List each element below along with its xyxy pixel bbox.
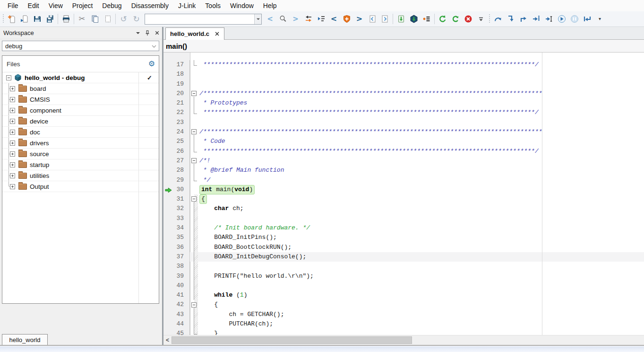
expand-box[interactable]: [10, 130, 15, 135]
fold-margin[interactable]: [190, 300, 198, 309]
tree-row-utilities[interactable]: utilities: [2, 170, 159, 181]
gear-icon[interactable]: ⚙: [148, 60, 155, 68]
stop-debugging-icon[interactable]: [581, 13, 593, 25]
tree-row-cmsis[interactable]: CMSIS: [2, 94, 159, 105]
stop-icon[interactable]: [462, 13, 474, 25]
tree-row-device[interactable]: device: [2, 116, 159, 127]
new-file-icon[interactable]: [6, 13, 17, 25]
browse-back-icon[interactable]: <: [328, 13, 340, 25]
step-into-icon[interactable]: [505, 13, 516, 25]
expand-box[interactable]: [10, 173, 15, 178]
pin-icon[interactable]: [143, 29, 152, 37]
fold-collapse-box[interactable]: [191, 129, 197, 134]
line-number[interactable]: 42: [163, 300, 190, 309]
tree-row-project[interactable]: hello_world - debug✓: [2, 72, 159, 83]
combo-dropdown-icon[interactable]: [254, 14, 261, 24]
expand-box[interactable]: [10, 141, 15, 146]
line-number[interactable]: 24: [163, 127, 190, 137]
menu-window[interactable]: Window: [225, 1, 258, 10]
code-line-32[interactable]: 32 char ch;: [163, 204, 644, 213]
code-line-19[interactable]: 19: [163, 79, 644, 89]
code-editor[interactable]: 17 *************************************…: [163, 53, 644, 335]
line-number[interactable]: 25: [163, 137, 190, 146]
close-icon[interactable]: [153, 29, 161, 37]
code-line-38[interactable]: 38: [163, 262, 644, 271]
line-number[interactable]: 33: [163, 214, 190, 223]
line-number[interactable]: 23: [163, 118, 190, 127]
fold-margin[interactable]: [190, 156, 198, 166]
menu-disassembly[interactable]: Disassembly: [127, 1, 173, 10]
expand-box[interactable]: [10, 162, 15, 167]
fold-collapse-box[interactable]: [191, 91, 197, 96]
menu-project[interactable]: Project: [68, 1, 98, 10]
code-line-20[interactable]: 20/*************************************…: [163, 89, 644, 98]
code-line-40[interactable]: 40: [163, 281, 644, 290]
fold-collapse-box[interactable]: [191, 158, 197, 163]
collapse-box[interactable]: [6, 75, 11, 80]
menu-edit[interactable]: Edit: [23, 1, 44, 10]
save-icon[interactable]: [31, 13, 43, 25]
code-line-43[interactable]: 43 ch = GETCHAR();: [163, 310, 644, 319]
line-number[interactable]: 22: [163, 108, 190, 117]
expand-box[interactable]: [10, 184, 15, 189]
line-number[interactable]: 17: [163, 60, 190, 70]
code-line-39[interactable]: 39 PRINTF("hello world.\r\n");: [163, 272, 644, 281]
next-statement-icon[interactable]: [530, 13, 542, 25]
code-line-33[interactable]: 33: [163, 214, 644, 223]
line-number[interactable]: 27: [163, 156, 190, 166]
code-line-26[interactable]: 26 *************************************…: [163, 147, 644, 156]
open-file-icon[interactable]: [18, 13, 30, 25]
line-number[interactable]: 29: [163, 176, 190, 185]
print-icon[interactable]: [60, 13, 72, 25]
tree-row-doc[interactable]: doc: [2, 127, 159, 138]
line-number[interactable]: 40: [163, 281, 190, 290]
next-page-icon[interactable]: [379, 13, 391, 25]
tree-row-startup[interactable]: startup: [2, 159, 159, 170]
code-line-37[interactable]: 37 BOARD_InitDebugConsole();: [163, 252, 644, 262]
reset-icon[interactable]: [437, 13, 448, 25]
fold-collapse-box[interactable]: [191, 302, 197, 308]
tree-row-drivers[interactable]: drivers: [2, 138, 159, 149]
configuration-combobox[interactable]: debug: [2, 41, 159, 51]
run-to-cursor-icon[interactable]: [543, 13, 555, 25]
browse-forward-icon[interactable]: >: [353, 13, 365, 25]
line-number[interactable]: 45: [163, 329, 190, 335]
goto-function-icon[interactable]: [315, 13, 327, 25]
code-line-24[interactable]: 24/*************************************…: [163, 127, 644, 137]
line-number[interactable]: 37: [163, 252, 190, 262]
copy-icon[interactable]: [89, 13, 101, 25]
code-line-45[interactable]: 45 }: [163, 329, 644, 335]
nav-forward-icon[interactable]: >: [290, 13, 301, 25]
workspace-menu-icon[interactable]: [134, 29, 142, 37]
quick-search-input[interactable]: [145, 15, 254, 23]
redo-icon[interactable]: ↻: [130, 13, 142, 25]
fold-margin[interactable]: [190, 194, 198, 204]
code-line-21[interactable]: 21 * Prototypes: [163, 98, 644, 108]
bookmark-add-icon[interactable]: [341, 13, 352, 25]
code-line-30[interactable]: 30int main(void): [163, 185, 644, 194]
tree-row-source[interactable]: source: [2, 149, 159, 159]
tab-close-icon[interactable]: [215, 31, 220, 36]
cut-icon[interactable]: ✂: [76, 13, 88, 25]
undo-icon[interactable]: ↺: [118, 13, 129, 25]
overflow-icon[interactable]: [475, 13, 487, 25]
code-line-42[interactable]: 42 {: [163, 300, 644, 309]
code-line-29[interactable]: 29 */: [163, 176, 644, 185]
code-line-31[interactable]: 31{: [163, 194, 644, 204]
code-line-44[interactable]: 44 PUTCHAR(ch);: [163, 319, 644, 329]
step-over-icon[interactable]: [492, 13, 504, 25]
menu-tools[interactable]: Tools: [200, 1, 225, 10]
line-number[interactable]: 21: [163, 98, 190, 108]
code-line-34[interactable]: 34 /* Init board hardware. */: [163, 223, 644, 233]
line-number[interactable]: 19: [163, 79, 190, 89]
fold-margin[interactable]: [190, 127, 198, 137]
line-number[interactable]: 31: [163, 194, 190, 204]
line-number[interactable]: 34: [163, 223, 190, 233]
code-line-28[interactable]: 28 * @brief Main function: [163, 166, 644, 175]
line-number[interactable]: 35: [163, 233, 190, 242]
line-number[interactable]: 20: [163, 89, 190, 98]
menu-help[interactable]: Help: [258, 1, 282, 10]
code-line-22[interactable]: 22 *************************************…: [163, 108, 644, 117]
line-number[interactable]: 38: [163, 262, 190, 271]
expand-box[interactable]: [10, 86, 15, 91]
